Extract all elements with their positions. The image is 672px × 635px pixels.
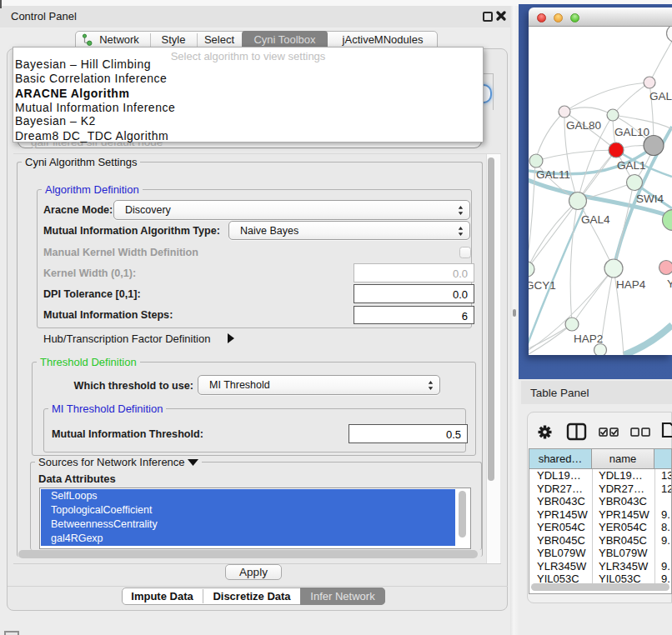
svg-text:HAP2: HAP2	[574, 332, 603, 345]
svg-text:GAL7: GAL7	[649, 90, 672, 102]
svg-text:GCY1: GCY1	[529, 279, 556, 292]
svg-text:GAL1: GAL1	[617, 159, 646, 172]
svg-text:SWI4: SWI4	[636, 192, 664, 205]
svg-text:GAL4: GAL4	[581, 213, 610, 226]
svg-text:HAP4: HAP4	[616, 278, 646, 291]
svg-text:GAL11: GAL11	[536, 168, 570, 181]
svg-text:GAL10: GAL10	[614, 126, 649, 138]
svg-text:GAL80: GAL80	[566, 119, 601, 132]
svg-text:Y: Y	[667, 278, 672, 290]
